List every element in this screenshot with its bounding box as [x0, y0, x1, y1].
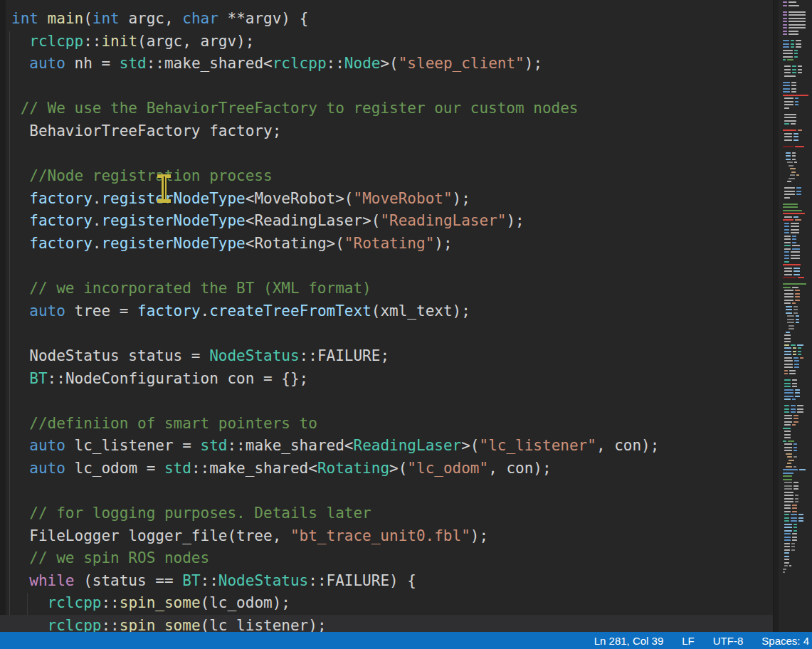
code-line[interactable]: auto tree = factory.createTreeFromText(x…: [11, 300, 773, 323]
minimap-line: [784, 347, 791, 349]
minimap-line: [791, 226, 799, 227]
minimap-line: [798, 347, 801, 349]
minimap-line: [789, 5, 799, 6]
minimap-line: [789, 165, 793, 167]
code-line[interactable]: // we incorporated the BT (XML format): [11, 278, 773, 300]
minimap-line: [784, 549, 790, 551]
minimap-line: [784, 366, 793, 368]
minimap-divider: [773, 0, 779, 632]
minimap-line: [792, 245, 800, 246]
code-line[interactable]: [11, 255, 773, 278]
code-token: "MoveRobot": [353, 190, 452, 207]
minimap-line: [791, 46, 794, 48]
code-line[interactable]: rclcpp::init(argc, argv);: [11, 31, 773, 53]
code-line[interactable]: //Node registration process: [11, 165, 773, 188]
minimap-line: [784, 300, 793, 301]
code-line[interactable]: factory.registerNodeType<MoveRobot>("Mov…: [11, 188, 773, 211]
minimap-line: [784, 511, 791, 512]
code-line[interactable]: auto lc_odom = std::make_shared<Rotating…: [11, 458, 773, 480]
code-token: rclcpp: [48, 594, 102, 611]
code-line[interactable]: // we spin ROS nodes: [11, 547, 773, 570]
code-line[interactable]: rclcpp::spin_some(lc_odom);: [11, 592, 773, 615]
minimap-line: [784, 290, 793, 291]
minimap-line: [792, 155, 796, 157]
minimap-line: [784, 399, 791, 400]
code-token: std: [164, 460, 191, 477]
minimap-line: [784, 344, 789, 346]
status-cursor-position[interactable]: Ln 281, Col 39: [594, 635, 664, 647]
minimap-line: [783, 88, 790, 90]
minimap-line: [795, 396, 800, 397]
minimap-line: [783, 11, 787, 13]
code-line[interactable]: [11, 322, 773, 345]
code-line[interactable]: while (status == BT::NodeStatus::FAILURE…: [11, 570, 773, 593]
minimap-line: [789, 14, 806, 16]
minimap-line: [784, 97, 793, 99]
code-line[interactable]: factory.registerNodeType<ReadingLaser>("…: [11, 210, 773, 233]
minimap-line: [784, 514, 789, 515]
code-line[interactable]: //definiion of smart pointers to: [11, 413, 773, 436]
minimap-line: [791, 549, 795, 551]
minimap-line: [795, 219, 801, 221]
code-line[interactable]: // We use the BehaviorTreeFactory to reg…: [11, 97, 773, 120]
minimap-line: [789, 31, 798, 32]
minimap-line: [794, 56, 798, 58]
code-line[interactable]: auto lc_listener = std::make_shared<Read…: [11, 435, 773, 458]
status-encoding[interactable]: UTF-8: [713, 635, 744, 647]
minimap-line: [783, 210, 802, 211]
status-eol[interactable]: LF: [682, 635, 695, 647]
code-line[interactable]: [11, 143, 773, 166]
code-line[interactable]: factory.registerNodeType<Rotating>("Rota…: [11, 233, 773, 255]
code-token: auto: [29, 460, 65, 477]
minimap-line: [784, 565, 788, 566]
minimap-line: [783, 473, 793, 474]
code-line[interactable]: [11, 480, 773, 502]
code-editor[interactable]: int main(int argc, char **argv) { rclcpp…: [0, 0, 773, 649]
code-token: rclcpp: [273, 55, 327, 72]
code-line[interactable]: BehaviorTreeFactory factory;: [11, 120, 773, 143]
code-line[interactable]: int main(int argc, char **argv) {: [11, 8, 773, 31]
status-indentation[interactable]: Spaces: 4: [761, 635, 809, 647]
minimap-line: [784, 258, 789, 259]
code-token: int: [93, 10, 120, 27]
code-token: [38, 10, 48, 27]
minimap-line: [784, 197, 790, 199]
minimap-line: [795, 392, 800, 394]
minimap-line: [784, 296, 793, 297]
code-token: "lc_listener": [480, 437, 596, 454]
minimap-line: [784, 488, 792, 490]
minimap-line: [791, 520, 797, 522]
code-token: [11, 302, 29, 320]
minimap-line: [784, 527, 792, 528]
code-line[interactable]: FileLogger logger_file(tree, "bt_trace_u…: [11, 525, 773, 548]
minimap-line: [792, 236, 796, 237]
code-line[interactable]: NodeStatus status = NodeStatus::FAILURE;: [11, 345, 773, 368]
code-line[interactable]: auto nh = std::make_shared<rclcpp::Node>…: [11, 53, 773, 75]
minimap-line: [792, 511, 797, 512]
minimap-line: [793, 450, 797, 451]
minimap-line: [793, 447, 797, 448]
code-line[interactable]: [11, 390, 773, 413]
code-token: createTreeFromText: [209, 302, 371, 320]
minimap-line: [784, 405, 789, 406]
minimap-line: [792, 72, 796, 73]
minimap-line: [786, 155, 791, 157]
minimap-line: [794, 162, 797, 163]
code-line[interactable]: BT::NodeConfiguration con = {};: [11, 368, 773, 391]
minimap-line: [793, 351, 796, 352]
code-token: //Node registration process: [11, 167, 273, 184]
minimap-line: [793, 354, 796, 355]
code-line[interactable]: // for logging purposes. Details later: [11, 502, 773, 525]
minimap-line: [784, 242, 791, 243]
minimap-line: [798, 517, 803, 519]
minimap-line: [791, 344, 796, 346]
code-line[interactable]: [11, 75, 773, 98]
minimap[interactable]: [779, 0, 812, 632]
minimap-line: [783, 571, 785, 573]
minimap-line: [784, 552, 789, 554]
code-token: auto: [29, 437, 65, 454]
minimap-line: [784, 370, 788, 371]
minimap-line: [796, 187, 801, 189]
minimap-line: [791, 517, 797, 519]
minimap-line: [793, 485, 798, 487]
